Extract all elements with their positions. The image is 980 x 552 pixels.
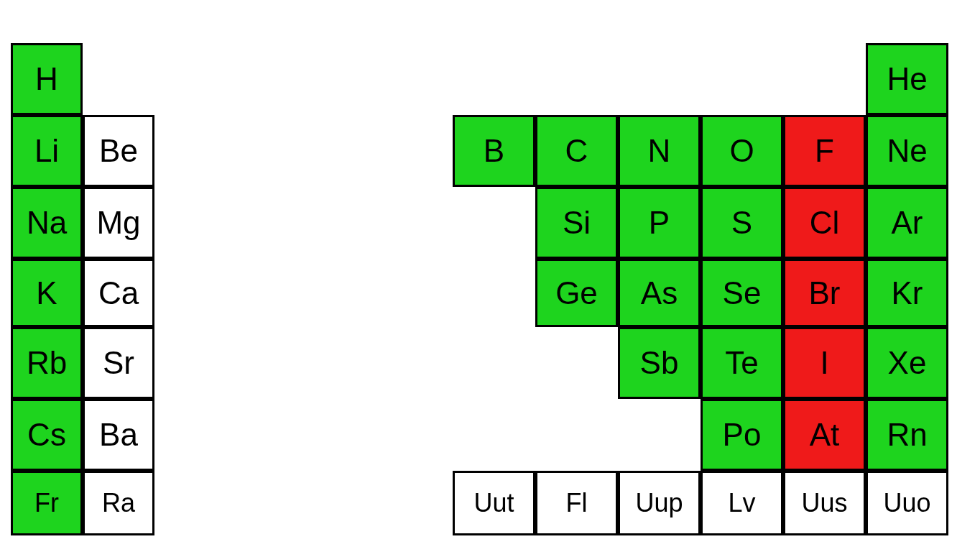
element-cell-uuo: Uuo	[866, 471, 948, 535]
element-symbol: Fl	[566, 490, 588, 516]
element-cell-fl: Fl	[535, 471, 618, 535]
element-cell-n: N	[618, 115, 701, 187]
element-symbol: B	[484, 135, 504, 167]
element-symbol: Ar	[892, 207, 923, 239]
element-cell-c: C	[535, 115, 618, 187]
element-symbol: O	[729, 135, 754, 167]
element-symbol: Mg	[96, 207, 140, 239]
element-symbol: Na	[27, 207, 67, 239]
element-cell-sr: Sr	[83, 327, 154, 399]
element-symbol: He	[887, 63, 927, 95]
element-cell-cl: Cl	[783, 187, 866, 259]
element-cell-be: Be	[83, 115, 154, 187]
element-symbol: Se	[723, 277, 762, 309]
element-symbol: Ra	[102, 490, 135, 516]
element-symbol: Lv	[728, 490, 755, 516]
element-symbol: Xe	[888, 347, 927, 379]
element-cell-uus: Uus	[783, 471, 866, 535]
element-cell-as: As	[618, 259, 701, 327]
element-cell-he: He	[866, 43, 948, 115]
element-symbol: Po	[723, 419, 762, 451]
element-cell-ar: Ar	[866, 187, 948, 259]
element-cell-s: S	[701, 187, 783, 259]
element-cell-te: Te	[701, 327, 783, 399]
element-symbol: Cl	[810, 207, 840, 239]
element-symbol: As	[641, 277, 678, 309]
element-cell-kr: Kr	[866, 259, 948, 327]
element-symbol: Br	[809, 277, 841, 309]
element-symbol: Li	[34, 135, 59, 167]
element-cell-f: F	[783, 115, 866, 187]
element-cell-se: Se	[701, 259, 783, 327]
element-cell-br: Br	[783, 259, 866, 327]
element-symbol: I	[820, 347, 828, 379]
element-symbol: Kr	[892, 277, 923, 309]
element-cell-ba: Ba	[83, 399, 154, 471]
element-symbol: Ba	[99, 419, 138, 451]
element-cell-ne: Ne	[866, 115, 948, 187]
element-cell-sb: Sb	[618, 327, 701, 399]
element-cell-at: At	[783, 399, 866, 471]
periodic-table-fragment: HHeLiBeBCNOFNeNaMgSiPSClArKCaGeAsSeBrKrR…	[0, 0, 980, 552]
element-symbol: F	[815, 135, 834, 167]
element-symbol: Uut	[473, 490, 514, 516]
element-cell-o: O	[701, 115, 783, 187]
element-symbol: Be	[99, 135, 138, 167]
element-symbol: S	[731, 207, 752, 239]
element-symbol: Rn	[887, 419, 927, 451]
element-symbol: C	[565, 135, 588, 167]
element-symbol: Uup	[635, 490, 683, 516]
element-cell-uut: Uut	[453, 471, 535, 535]
element-cell-ge: Ge	[535, 259, 618, 327]
element-cell-xe: Xe	[866, 327, 948, 399]
element-symbol: Uuo	[883, 490, 930, 516]
element-cell-ra: Ra	[83, 471, 154, 535]
element-cell-k: K	[11, 259, 83, 327]
element-symbol: Sb	[640, 347, 679, 379]
element-symbol: N	[648, 135, 671, 167]
element-cell-si: Si	[535, 187, 618, 259]
element-symbol: At	[810, 419, 840, 451]
element-symbol: Sr	[103, 347, 134, 379]
element-symbol: Ne	[887, 135, 927, 167]
element-cell-na: Na	[11, 187, 83, 259]
element-cell-b: B	[453, 115, 535, 187]
element-cell-li: Li	[11, 115, 83, 187]
element-cell-cs: Cs	[11, 399, 83, 471]
element-symbol: Te	[725, 347, 758, 379]
element-symbol: Ge	[555, 277, 598, 309]
element-cell-ca: Ca	[83, 259, 154, 327]
element-symbol: Rb	[27, 347, 67, 379]
element-cell-rn: Rn	[866, 399, 948, 471]
element-symbol: Fr	[34, 490, 59, 516]
element-cell-po: Po	[701, 399, 783, 471]
element-symbol: P	[649, 207, 670, 239]
element-cell-uup: Uup	[618, 471, 701, 535]
element-cell-rb: Rb	[11, 327, 83, 399]
element-cell-p: P	[618, 187, 701, 259]
element-symbol: Cs	[27, 419, 66, 451]
element-cell-h: H	[11, 43, 83, 115]
element-symbol: Ca	[98, 277, 139, 309]
element-cell-mg: Mg	[83, 187, 154, 259]
element-cell-fr: Fr	[11, 471, 83, 535]
element-symbol: K	[36, 277, 57, 309]
element-symbol: Si	[563, 207, 591, 239]
element-symbol: H	[35, 63, 58, 95]
element-cell-lv: Lv	[701, 471, 783, 535]
element-symbol: Uus	[801, 490, 847, 516]
element-cell-i: I	[783, 327, 866, 399]
